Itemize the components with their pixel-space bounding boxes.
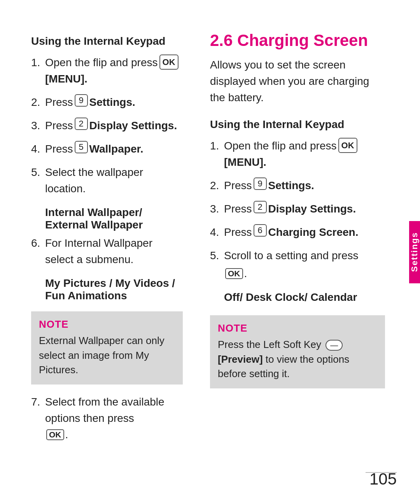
sidebar-tab-label: Settings [410, 232, 420, 272]
left-step-7: 7. Select from the available options the… [31, 394, 183, 443]
right-step-2-bold: Settings. [268, 177, 314, 194]
left-step-7-text: Select from the available options then p… [45, 394, 183, 427]
right-step-3: 3. Press 2 Display Settings. [210, 201, 385, 217]
left-note-label: NOTE [39, 318, 175, 330]
left-section-heading: Using the Internal Keypad [31, 35, 183, 47]
left-step-6-num: 6. [31, 235, 45, 251]
right-note-text-bold: [Preview] [218, 353, 263, 365]
left-step-4-num: 4. [31, 141, 45, 157]
key-5-icon-left: 5 [75, 141, 88, 153]
sidebar-tab: Settings [409, 221, 420, 283]
left-step-2-text: Press [45, 94, 73, 111]
left-step-3: 3. Press 2 Display Settings. [31, 118, 183, 134]
right-step-1-text: Open the flip and press [224, 138, 337, 154]
left-step-7-text-after: . [65, 427, 68, 443]
left-step-6: 6. For Internal Wallpaper select a subme… [31, 235, 183, 268]
right-step-1-num: 1. [210, 138, 224, 154]
right-step-2: 2. Press 9 Settings. [210, 177, 385, 194]
left-step-2-num: 2. [31, 94, 45, 111]
key-6-icon-right: 6 [254, 224, 267, 237]
right-step-5-num: 5. [210, 248, 224, 264]
right-step-5-text: Scroll to a setting and press [224, 248, 359, 264]
right-step-5: 5. Scroll to a setting and press OK . [210, 248, 385, 282]
right-step-5-text-after: . [244, 265, 247, 282]
right-step-5-content: Scroll to a setting and press OK . [224, 248, 385, 282]
right-step-2-num: 2. [210, 177, 224, 194]
right-step-4-bold: Charging Screen. [268, 224, 359, 241]
left-step-6-content: For Internal Wallpaper select a submenu. [45, 235, 183, 268]
left-step-4-text: Press [45, 141, 73, 157]
key-9-icon-right: 9 [254, 177, 267, 190]
left-step-1-text: Open the flip and press [45, 54, 158, 71]
left-step-1-bold: [MENU]. [45, 71, 88, 87]
left-step-2: 2. Press 9 Settings. [31, 94, 183, 111]
right-sub-heading-charging: Off/ Desk Clock/ Calendar [224, 291, 385, 304]
left-step-3-text: Press [45, 118, 73, 134]
left-step-1-num: 1. [31, 54, 45, 71]
ok-key-icon-left-7: OK [46, 429, 64, 440]
right-step-3-content: Press 2 Display Settings. [224, 201, 385, 217]
key-9-icon-left: 9 [75, 94, 88, 107]
left-step-2-bold: Settings. [89, 94, 135, 111]
ok-key-icon-left-1: OK [159, 54, 178, 70]
key-2-icon-left: 2 [75, 118, 88, 130]
left-step-7-num: 7. [31, 394, 45, 410]
left-step-5-content: Select the wallpaper location. [45, 164, 183, 197]
right-note-text: Press the Left Soft Key — [Preview] to v… [218, 337, 377, 381]
left-step-4-bold: Wallpaper. [89, 141, 144, 157]
left-note-box: NOTE External Wallpaper can only select … [31, 311, 183, 385]
right-note-label: NOTE [218, 322, 377, 334]
right-step-4-text: Press [224, 224, 252, 241]
left-step-3-num: 3. [31, 118, 45, 134]
right-step-1-bold: [MENU]. [224, 154, 266, 170]
left-step-1: 1. Open the flip and press OK [MENU]. [31, 54, 183, 87]
left-step-7-content: Select from the available options then p… [45, 394, 183, 443]
left-step-5-text: Select the wallpaper location. [45, 164, 183, 197]
right-intro: Allows you to set the screen displayed w… [210, 57, 385, 106]
left-step-4: 4. Press 5 Wallpaper. [31, 141, 183, 157]
left-step-3-bold: Display Settings. [89, 118, 177, 134]
right-step-4-content: Press 6 Charging Screen. [224, 224, 385, 241]
right-section-title: 2.6 Charging Screen [210, 31, 385, 50]
right-step-2-text: Press [224, 177, 252, 194]
left-step-5-num: 5. [31, 164, 45, 181]
right-step-3-text: Press [224, 201, 252, 217]
right-step-3-num: 3. [210, 201, 224, 217]
left-step-2-content: Press 9 Settings. [45, 94, 183, 111]
page-number: 105 [369, 470, 397, 488]
right-step-4-num: 4. [210, 224, 224, 241]
left-step-4-content: Press 5 Wallpaper. [45, 141, 183, 157]
ok-key-icon-right-1: OK [338, 138, 357, 153]
ok-key-icon-right-5: OK [225, 268, 243, 279]
right-step-4: 4. Press 6 Charging Screen. [210, 224, 385, 241]
left-sub-heading-wallpaper: Internal Wallpaper/ External Wallpaper [45, 206, 183, 231]
left-step-3-content: Press 2 Display Settings. [45, 118, 183, 134]
right-step-1: 1. Open the flip and press OK [MENU]. [210, 138, 385, 170]
right-note-box: NOTE Press the Left Soft Key — [Preview]… [210, 315, 385, 388]
left-note-text: External Wallpaper can only select an im… [39, 334, 175, 378]
right-note-text-before: Press the Left Soft Key [218, 339, 321, 350]
left-soft-key-icon: — [326, 340, 343, 351]
left-step-1-content: Open the flip and press OK [MENU]. [45, 54, 183, 87]
right-section-heading: Using the Internal Keypad [210, 118, 385, 131]
left-step-5: 5. Select the wallpaper location. [31, 164, 183, 197]
left-step-6-text: For Internal Wallpaper select a submenu. [45, 235, 183, 268]
left-sub-heading-pictures: My Pictures / My Videos / Fun Animations [45, 277, 183, 302]
key-2-icon-right: 2 [254, 201, 267, 213]
right-step-3-bold: Display Settings. [268, 201, 356, 217]
right-step-1-content: Open the flip and press OK [MENU]. [224, 138, 385, 170]
right-step-2-content: Press 9 Settings. [224, 177, 385, 194]
